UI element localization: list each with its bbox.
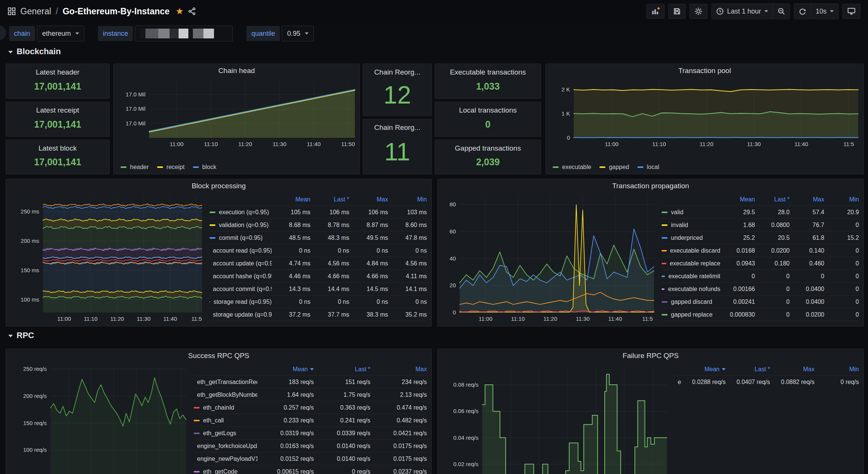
series-value: 0.482 req/s	[370, 417, 427, 424]
legend-item[interactable]: receipt	[157, 164, 185, 171]
legend-item[interactable]: local	[637, 164, 659, 171]
table-row[interactable]: engine_forkchoiceUpdatedV10.0163 req/s0.…	[194, 439, 427, 452]
panel-chain-head[interactable]: Chain head 17.0 Mil17.0 Mil17.0 Mil11:00…	[113, 64, 360, 174]
table-row[interactable]: gapped discard0.0024100.04000	[662, 295, 859, 308]
panel-gapped-transactions[interactable]: Gapped transactions 2,039	[435, 140, 541, 174]
table-column-header[interactable]: Last *	[314, 366, 370, 373]
table-column-header[interactable]: Max	[349, 196, 388, 203]
panel-latest-block[interactable]: Latest block 17,001,141	[6, 140, 110, 174]
table-row[interactable]: executable ratelimit0000	[662, 270, 859, 282]
refresh-button[interactable]	[794, 4, 811, 19]
transaction-pool-chart[interactable]: 01 K2 K11:0011:1011:2011:3011:4011:5	[549, 79, 860, 149]
panel-latest-receipt[interactable]: Latest receipt 17,001,141	[6, 102, 110, 137]
legend-item[interactable]: executable	[553, 164, 591, 171]
table-row[interactable]: invalid1.680.080076.70	[662, 218, 859, 231]
panel-chain-reorg-executed[interactable]: Chain Reorg... 12	[363, 64, 432, 116]
legend-label: executable	[562, 164, 591, 171]
table-column-header[interactable]: Mean	[720, 196, 755, 203]
panel-local-transactions[interactable]: Local transactions 0	[435, 102, 541, 137]
table-row[interactable]: storage hashe (q=0.95)12.9 ms13.0 ms13.0…	[209, 321, 427, 324]
table-row[interactable]: eth_getCode0.00615 req/s0 req/s0.0237 re…	[194, 465, 427, 474]
table-row[interactable]: eth_getBlockByNumber1.64 req/s1.75 req/s…	[194, 388, 427, 401]
series-value: 0	[824, 286, 859, 293]
table-row[interactable]: valid29.528.057.420.9	[662, 206, 859, 218]
table-row[interactable]: storage read (q=0.95)0 ns0 ns0 ns0 ns	[209, 295, 427, 308]
series-swatch	[209, 301, 210, 303]
series-value: 29.5	[720, 209, 755, 216]
dashboard-title[interactable]: Go-Ethereum-By-Instance	[63, 6, 170, 17]
chain-head-chart[interactable]: 17.0 Mil17.0 Mil17.0 Mil11:0011:1011:201…	[117, 79, 357, 149]
section-blockchain[interactable]: Blockchain	[8, 47, 61, 56]
panel-chain-reorg-detected[interactable]: Chain Reorg... 11	[363, 119, 432, 174]
refresh-group: 10s	[794, 3, 839, 19]
legend-swatch	[193, 166, 199, 168]
panel-block-processing[interactable]: Block processing 100 ms150 ms200 ms250 m…	[6, 179, 432, 326]
table-row[interactable]: storage update (q=0.95)37.2 ms37.7 ms38.…	[209, 308, 427, 321]
series-value: 14.5 ms	[349, 286, 388, 293]
table-row[interactable]: eth_call0.233 req/s0.241 req/s0.482 req/…	[194, 414, 427, 427]
table-row[interactable]: executable replace0.09430.1800.4600	[662, 257, 859, 270]
legend-item[interactable]: header	[121, 164, 149, 171]
table-row[interactable]: execution (q=0.95)105 ms106 ms106 ms103 …	[209, 206, 427, 218]
legend-item[interactable]: gapped	[599, 164, 629, 171]
table-column-header[interactable]: Mean	[272, 196, 310, 203]
block-processing-chart[interactable]: 100 ms150 ms200 ms250 ms11:0011:1011:201…	[11, 194, 204, 324]
table-column-header[interactable]: Min	[388, 196, 427, 203]
table-row[interactable]: engine_newPayloadV10.0152 req/s0.0140 re…	[194, 452, 427, 465]
apps-grid-icon[interactable]	[8, 7, 16, 15]
breadcrumb-section[interactable]: General	[20, 6, 51, 17]
table-row[interactable]: executable nofunds0.0016600.04000	[662, 282, 859, 295]
dashboard-settings-button[interactable]	[689, 4, 708, 19]
table-row[interactable]: commit (q=0.95)48.5 ms48.3 ms49.5 ms47.8…	[209, 231, 427, 244]
success-rpc-chart[interactable]: 50 req/s100 req/s150 req/s200 req/s250 r…	[11, 363, 188, 474]
table-column-header[interactable]: Max	[790, 196, 824, 203]
legend-item[interactable]: block	[193, 164, 216, 171]
table-row[interactable]: account commit (q=0.95)14.3 ms14.4 ms14.…	[209, 282, 427, 295]
panel-transaction-pool[interactable]: Transaction pool 01 K2 K11:0011:1011:201…	[546, 64, 864, 174]
transaction-propagation-chart[interactable]: 02040608011:0011:1011:2011:3011:4011:5	[443, 194, 656, 324]
svg-text:11:5: 11:5	[642, 315, 653, 322]
table-column-header[interactable]: Last *	[726, 366, 770, 373]
table-column-header[interactable]: Max	[770, 366, 815, 373]
table-column-header[interactable]: Mean	[681, 366, 726, 373]
add-panel-button[interactable]	[646, 4, 665, 19]
table-column-header[interactable]: Min	[815, 366, 859, 373]
table-row[interactable]: executable discard0.01680.02000.1400	[662, 244, 859, 257]
table-row[interactable]: underpriced25.220.561.815.2	[662, 231, 859, 244]
panel-transaction-propagation[interactable]: Transaction propagation 02040608011:0011…	[437, 179, 864, 326]
time-range-button[interactable]: Last 1 hour	[712, 4, 773, 19]
table-row[interactable]: eth_call0.0288 req/s0.0407 req/s0.0882 r…	[674, 375, 859, 388]
series-name: eth_call	[678, 379, 681, 386]
save-dashboard-button[interactable]	[668, 4, 686, 19]
favorite-star-icon[interactable]: ★	[176, 6, 184, 17]
table-row[interactable]: validation (q=0.95)8.68 ms8.78 ms8.87 ms…	[209, 218, 427, 231]
panel-failure-rpc-qps[interactable]: Failure RPC QPS 0.02 req/s0.04 req/s0.06…	[437, 349, 864, 474]
tv-mode-button[interactable]	[842, 4, 860, 19]
svg-text:11:40: 11:40	[307, 141, 321, 147]
panel-success-rpc-qps[interactable]: Success RPC QPS 50 req/s100 req/s150 req…	[6, 349, 432, 474]
table-column-header[interactable]: Mean	[257, 366, 314, 373]
zoom-out-button[interactable]	[773, 4, 790, 19]
refresh-interval-button[interactable]: 10s	[811, 4, 838, 19]
series-value: 0.0140 req/s	[314, 443, 370, 450]
failure-rpc-chart[interactable]: 0.02 req/s0.04 req/s0.06 req/s0.08 req/s	[443, 363, 669, 474]
panel-latest-header[interactable]: Latest header 17,001,141	[6, 64, 110, 99]
variable-quantile-select[interactable]: 0.95	[282, 26, 314, 41]
table-row[interactable]: eth_getLogs0.0319 req/s0.0339 req/s0.042…	[194, 427, 427, 439]
table-column-header[interactable]: Max	[370, 366, 427, 373]
table-row[interactable]: gapped replace0.00083000.02000	[662, 308, 859, 321]
table-column-header[interactable]: Min	[824, 196, 859, 203]
variable-chain-select[interactable]: ethereum	[37, 26, 84, 41]
variable-instance-select[interactable]	[135, 26, 233, 41]
table-column-header[interactable]: Last *	[755, 196, 790, 203]
table-row[interactable]: account hashe (q=0.95)4.46 ms4.66 ms4.66…	[209, 270, 427, 282]
table-column-header[interactable]: Last *	[310, 196, 349, 203]
table-row[interactable]: gapped ratelimit0.25702.200	[662, 321, 859, 324]
share-icon[interactable]	[188, 7, 196, 15]
panel-executable-transactions[interactable]: Executable transactions 1,033	[435, 64, 541, 99]
table-row[interactable]: account update (q=0.95)4.74 ms4.56 ms4.8…	[209, 257, 427, 270]
table-row[interactable]: eth_getTransactionReceipt183 req/s151 re…	[194, 375, 427, 388]
table-row[interactable]: account read (q=0.95)0 ns0 ns0 ns0 ns	[209, 244, 427, 257]
table-row[interactable]: eth_chainId0.257 req/s0.363 req/s0.474 r…	[194, 401, 427, 414]
section-rpc[interactable]: RPC	[8, 331, 34, 340]
